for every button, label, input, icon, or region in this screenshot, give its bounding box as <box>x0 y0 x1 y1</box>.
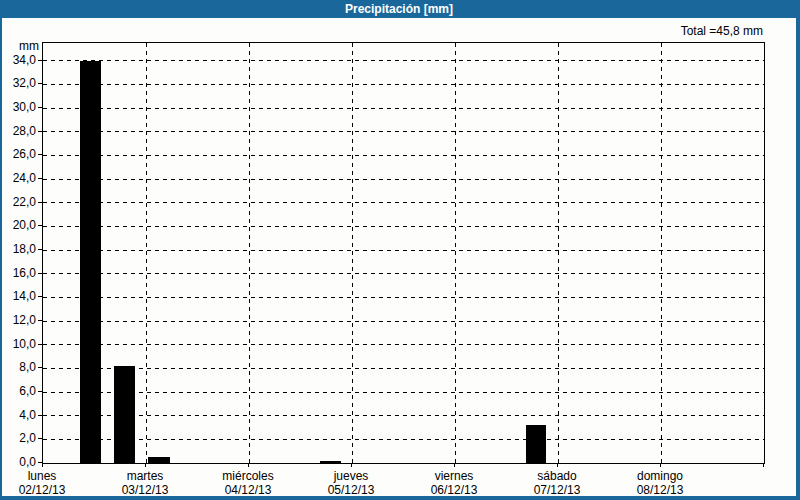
day-date: 06/12/13 <box>402 483 506 497</box>
x-day-label: miércoles04/12/13 <box>196 469 300 497</box>
y-tick-mark <box>38 320 42 321</box>
y-tick-label: 22,0 <box>2 196 36 208</box>
y-tick-label: 30,0 <box>2 101 36 113</box>
y-tick-label: 4,0 <box>2 409 36 421</box>
v-gridline <box>455 43 456 463</box>
y-tick-mark <box>38 202 42 203</box>
x-tick-mark <box>351 463 352 467</box>
y-tick-label: 14,0 <box>2 290 36 302</box>
v-gridline <box>146 43 147 463</box>
h-gridline <box>43 273 764 274</box>
y-tick-mark <box>38 296 42 297</box>
chart-area: Total =45,8 mm mm 0,02,04,06,08,010,012,… <box>2 18 796 496</box>
y-tick-label: 26,0 <box>2 148 36 160</box>
y-tick-label: 8,0 <box>2 361 36 373</box>
y-axis-unit-label: mm <box>2 39 39 53</box>
h-gridline <box>43 250 764 251</box>
y-tick-label: 0,0 <box>2 456 36 468</box>
day-name: lunes <box>0 469 94 483</box>
y-tick-label: 32,0 <box>2 77 36 89</box>
y-tick-mark <box>38 344 42 345</box>
day-date: 03/12/13 <box>93 483 197 497</box>
y-tick-mark <box>38 438 42 439</box>
day-name: domingo <box>608 469 712 483</box>
y-tick-mark <box>38 391 42 392</box>
h-gridline <box>43 131 764 132</box>
day-date: 05/12/13 <box>299 483 403 497</box>
plot-frame <box>42 42 765 464</box>
chart-title-bar: Precipitación [mm] <box>2 0 796 18</box>
x-day-label: sábado07/12/13 <box>505 469 609 497</box>
day-date: 08/12/13 <box>608 483 712 497</box>
x-day-label: viernes06/12/13 <box>402 469 506 497</box>
x-tick-mark <box>557 463 558 467</box>
x-tick-mark <box>454 463 455 467</box>
h-gridline <box>43 344 764 345</box>
total-annotation: Total =45,8 mm <box>2 24 763 38</box>
y-tick-label: 16,0 <box>2 267 36 279</box>
x-tick-mark <box>42 463 43 467</box>
h-gridline <box>43 202 764 203</box>
v-gridline <box>352 43 353 463</box>
y-tick-mark <box>38 225 42 226</box>
precipitation-bar <box>526 425 546 463</box>
y-tick-mark <box>38 249 42 250</box>
v-gridline <box>661 43 662 463</box>
y-tick-mark <box>38 107 42 108</box>
y-tick-label: 34,0 <box>2 54 36 66</box>
h-gridline <box>43 226 764 227</box>
y-tick-mark <box>38 415 42 416</box>
chart-window: Precipitación [mm] Total =45,8 mm mm 0,0… <box>0 0 800 500</box>
chart-title: Precipitación [mm] <box>345 2 453 16</box>
precipitation-bar <box>114 366 135 463</box>
day-date: 02/12/13 <box>0 483 94 497</box>
y-tick-mark <box>38 83 42 84</box>
h-gridline <box>43 415 764 416</box>
h-gridline <box>43 84 764 85</box>
h-gridline <box>43 321 764 322</box>
y-tick-label: 2,0 <box>2 432 36 444</box>
day-name: sábado <box>505 469 609 483</box>
day-name: jueves <box>299 469 403 483</box>
h-gridline <box>43 297 764 298</box>
day-date: 04/12/13 <box>196 483 300 497</box>
x-day-label: lunes02/12/13 <box>0 469 94 497</box>
h-gridline <box>43 368 764 369</box>
y-tick-mark <box>38 367 42 368</box>
h-gridline <box>43 108 764 109</box>
v-gridline <box>249 43 250 463</box>
day-date: 07/12/13 <box>505 483 609 497</box>
day-name: martes <box>93 469 197 483</box>
precipitation-bar <box>80 61 101 463</box>
x-tick-mark <box>145 463 146 467</box>
y-tick-label: 10,0 <box>2 338 36 350</box>
y-tick-label: 18,0 <box>2 243 36 255</box>
y-tick-label: 24,0 <box>2 172 36 184</box>
h-gridline <box>43 179 764 180</box>
y-tick-label: 28,0 <box>2 125 36 137</box>
x-tick-mark <box>248 463 249 467</box>
y-tick-mark <box>38 178 42 179</box>
x-day-label: martes03/12/13 <box>93 469 197 497</box>
h-gridline <box>43 392 764 393</box>
x-tick-mark <box>660 463 661 467</box>
x-tick-mark <box>763 463 764 467</box>
y-tick-label: 20,0 <box>2 219 36 231</box>
day-name: miércoles <box>196 469 300 483</box>
precipitation-bar <box>320 461 341 463</box>
x-day-label: domingo08/12/13 <box>608 469 712 497</box>
v-gridline <box>558 43 559 463</box>
precipitation-bar <box>148 457 170 463</box>
y-tick-mark <box>38 60 42 61</box>
y-tick-label: 6,0 <box>2 385 36 397</box>
h-gridline <box>43 155 764 156</box>
y-tick-mark <box>38 131 42 132</box>
h-gridline <box>43 439 764 440</box>
y-tick-mark <box>38 154 42 155</box>
y-tick-mark <box>38 273 42 274</box>
y-tick-label: 12,0 <box>2 314 36 326</box>
h-gridline <box>43 60 764 61</box>
x-day-label: jueves05/12/13 <box>299 469 403 497</box>
day-name: viernes <box>402 469 506 483</box>
